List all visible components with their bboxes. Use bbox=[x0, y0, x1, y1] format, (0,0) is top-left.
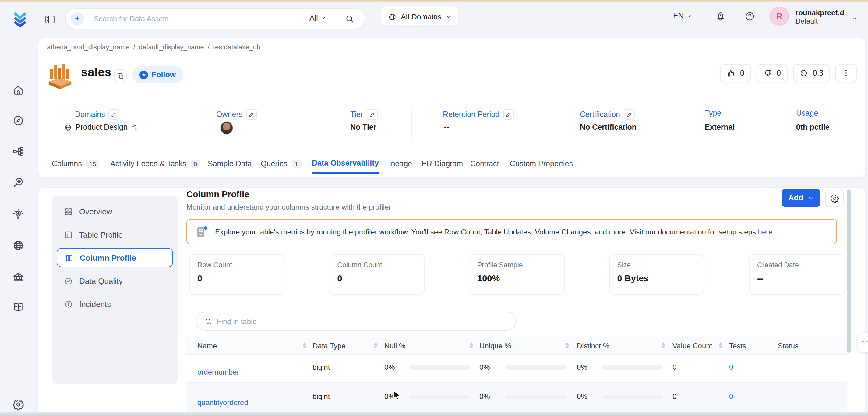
type-label: Type bbox=[705, 109, 721, 118]
tab-contract[interactable]: Contract bbox=[470, 154, 499, 173]
breadcrumb: athena_prod_display_name / default_displ… bbox=[47, 43, 260, 51]
column-name-link[interactable]: ordernumber bbox=[197, 368, 239, 376]
tab-queries[interactable]: Queries1 bbox=[261, 154, 301, 173]
rail-lineage-button[interactable] bbox=[12, 146, 24, 158]
tab-er-diagram[interactable]: ER Diagram bbox=[422, 154, 463, 173]
banner-message: Explore your table's metrics by running … bbox=[215, 228, 758, 236]
rail-governance-button[interactable] bbox=[12, 271, 24, 283]
sitemap-icon bbox=[12, 146, 24, 158]
breadcrumb-link-database[interactable]: testdatalake_db bbox=[213, 43, 260, 51]
rail-insights-button[interactable] bbox=[12, 208, 24, 221]
rail-domains-button[interactable] bbox=[12, 239, 24, 252]
chevron-down-icon bbox=[807, 195, 813, 201]
profiler-settings-button[interactable] bbox=[825, 189, 844, 207]
certification-value: No Certification bbox=[580, 123, 637, 132]
owner-avatar[interactable] bbox=[220, 121, 233, 135]
divider bbox=[546, 106, 547, 141]
gear-icon bbox=[12, 398, 24, 411]
submenu-item-column-profile[interactable]: Column Profile bbox=[57, 248, 173, 267]
edit-owners-button[interactable] bbox=[246, 109, 257, 120]
horizontal-scrollbar[interactable] bbox=[0, 412, 868, 416]
search-scope-dropdown[interactable]: All bbox=[309, 14, 326, 22]
more-actions-button[interactable] bbox=[835, 64, 857, 82]
tab-columns[interactable]: Columns15 bbox=[52, 154, 99, 173]
book-icon bbox=[12, 301, 24, 313]
tab-custom-properties[interactable]: Custom Properties bbox=[510, 154, 573, 173]
table-icon bbox=[64, 230, 73, 239]
banner-docs-link[interactable]: here. bbox=[758, 228, 775, 236]
edit-certification-button[interactable] bbox=[624, 109, 635, 120]
tab-label: ER Diagram bbox=[422, 160, 463, 168]
history-icon bbox=[800, 68, 809, 78]
tab-sample-data[interactable]: Sample Data bbox=[208, 154, 252, 173]
rail-observability-button[interactable] bbox=[12, 177, 24, 189]
rail-home-button[interactable] bbox=[12, 84, 24, 96]
sort-icon[interactable] bbox=[565, 342, 569, 348]
follow-button[interactable]: ★ Follow bbox=[132, 66, 183, 83]
app-logo[interactable] bbox=[11, 10, 29, 30]
sort-icon[interactable] bbox=[719, 342, 722, 348]
tab-lineage[interactable]: Lineage bbox=[385, 154, 412, 173]
divider bbox=[411, 106, 412, 141]
find-in-table-input[interactable] bbox=[217, 316, 503, 327]
side-panel-toggle-button[interactable] bbox=[858, 332, 868, 352]
table-search[interactable] bbox=[195, 312, 517, 331]
submenu-label: Incidents bbox=[79, 299, 111, 309]
domain-value[interactable]: Product Design bbox=[64, 123, 138, 132]
cell-tests-link[interactable]: 0 bbox=[729, 392, 733, 401]
edit-tier-button[interactable] bbox=[367, 109, 378, 120]
sort-icon[interactable] bbox=[661, 342, 665, 348]
upvote-button[interactable]: 0 bbox=[720, 64, 751, 82]
avatar-initial: R bbox=[777, 11, 782, 21]
add-button[interactable]: Add bbox=[781, 189, 820, 207]
bell-icon bbox=[715, 11, 726, 22]
header-tests[interactable]: Tests bbox=[729, 342, 746, 350]
tab-data-observability[interactable]: Data Observability bbox=[312, 154, 379, 173]
submenu-item-overview[interactable]: Overview bbox=[57, 202, 173, 221]
edit-retention-button[interactable] bbox=[503, 109, 514, 120]
submenu-item-incidents[interactable]: Incidents bbox=[57, 294, 173, 314]
rail-explore-button[interactable] bbox=[12, 115, 24, 127]
rail-settings-button[interactable] bbox=[12, 398, 24, 411]
search-input[interactable] bbox=[94, 12, 289, 25]
ai-sparkle-icon[interactable] bbox=[71, 12, 84, 25]
sidebar-toggle-button[interactable] bbox=[44, 14, 56, 25]
sort-icon[interactable] bbox=[470, 342, 473, 348]
domain-name[interactable]: Product Design bbox=[75, 123, 128, 132]
language-selector[interactable]: EN bbox=[673, 11, 692, 20]
globe-icon bbox=[388, 12, 397, 21]
header-name[interactable]: Name bbox=[197, 342, 217, 350]
thumbs-up-icon bbox=[727, 68, 736, 78]
sort-icon[interactable] bbox=[374, 342, 378, 348]
stat-label: Profile Sample bbox=[477, 261, 523, 268]
all-domains-button[interactable]: All Domains bbox=[381, 7, 458, 27]
tab-badge: 0 bbox=[191, 160, 200, 168]
header-value-count[interactable]: Value Count bbox=[673, 342, 712, 350]
global-search[interactable]: All bbox=[65, 8, 366, 29]
user-avatar[interactable]: R bbox=[770, 7, 789, 26]
header-status[interactable]: Status bbox=[778, 342, 799, 350]
help-button[interactable] bbox=[744, 11, 755, 22]
header-unique-pct[interactable]: Unique % bbox=[479, 342, 511, 350]
edit-domains-button[interactable] bbox=[109, 109, 120, 120]
cell-tests-link[interactable]: 0 bbox=[729, 363, 733, 372]
submenu-item-table-profile[interactable]: Table Profile bbox=[57, 225, 173, 244]
downvote-button[interactable]: 0 bbox=[756, 64, 787, 82]
breadcrumb-link-service[interactable]: athena_prod_display_name bbox=[47, 43, 130, 51]
copy-name-button[interactable] bbox=[114, 69, 127, 82]
notifications-button[interactable] bbox=[715, 11, 726, 22]
submenu-item-data-quality[interactable]: Data Quality bbox=[57, 271, 173, 291]
sort-icon[interactable] bbox=[303, 342, 306, 348]
version-button[interactable]: 0.3 bbox=[793, 64, 830, 82]
tab-activity-feeds[interactable]: Activity Feeds & Tasks0 bbox=[110, 154, 200, 173]
rail-glossary-button[interactable] bbox=[12, 301, 24, 313]
user-menu-chevron[interactable] bbox=[851, 15, 858, 21]
header-null-pct[interactable]: Null % bbox=[384, 342, 405, 350]
breadcrumb-link-database-service[interactable]: default_display_name bbox=[139, 43, 204, 51]
header-distinct-pct[interactable]: Distinct % bbox=[577, 342, 610, 350]
vertical-scrollbar[interactable] bbox=[847, 189, 851, 353]
tab-label: Custom Properties bbox=[510, 160, 573, 168]
header-data-type[interactable]: Data Type bbox=[312, 342, 346, 350]
search-icon[interactable] bbox=[345, 14, 354, 24]
column-name-link[interactable]: quantityordered bbox=[197, 398, 248, 407]
